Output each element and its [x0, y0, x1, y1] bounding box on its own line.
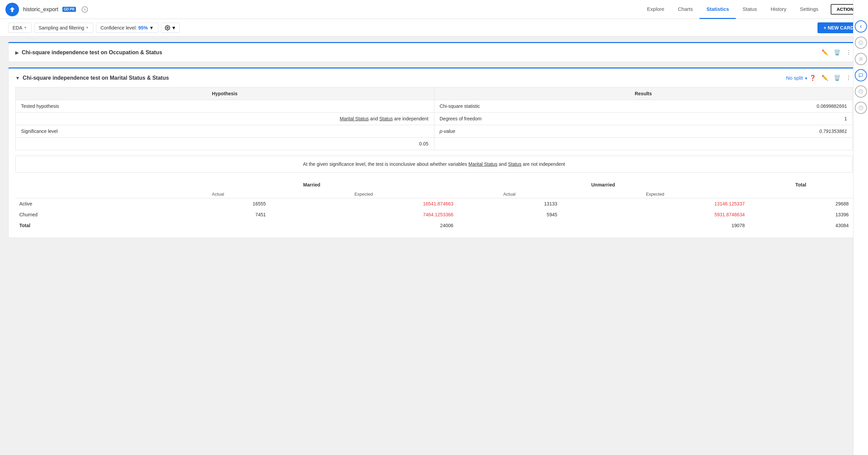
churned-unmarried-expected: 5931.8746634: [561, 209, 749, 220]
edit-button-1[interactable]: ✏️: [820, 48, 830, 56]
table-row: 0.05: [16, 138, 853, 150]
no-split-caret: ▼: [804, 76, 808, 80]
chevron-down-icon: ▼: [15, 75, 20, 81]
card-occupation-actions: ✏️ 🗑️ ⋮: [820, 48, 853, 56]
active-label: Active: [15, 198, 166, 210]
svg-point-4: [861, 43, 861, 44]
nav-status[interactable]: Status: [736, 0, 764, 19]
chevron-right-icon: ▶: [15, 50, 19, 55]
active-unmarried-actual: 13133: [457, 198, 561, 210]
churned-married-actual: 7451: [166, 209, 270, 220]
card-marital-title: Chi-square independence test on Marital …: [23, 75, 783, 81]
churned-label: Churned: [15, 209, 166, 220]
right-sidebar: [853, 0, 868, 455]
sidebar-icon-info[interactable]: [855, 37, 867, 49]
dof-cell: Degrees of freedom 1: [434, 113, 853, 125]
confidence-caret: ▼: [149, 25, 154, 31]
more-button-1[interactable]: ⋮: [845, 48, 853, 56]
card-occupation-header[interactable]: ▶ Chi-square independence test on Occupa…: [8, 43, 860, 62]
no-split-badge[interactable]: No split ▼: [786, 75, 808, 81]
confidence-value: 95%: [138, 25, 148, 31]
active-total: 29688: [749, 198, 853, 210]
total-unmarried: 19078: [561, 220, 749, 231]
total-married: 24006: [270, 220, 457, 231]
results-col: Results: [434, 87, 853, 100]
proper-hypothesis-table: Hypothesis Results Tested hypothesis Chi…: [15, 87, 853, 150]
total-group-header: Total: [749, 179, 853, 189]
churned-married-expected: 7464.1253366: [270, 209, 457, 220]
total-label: Total: [15, 220, 166, 231]
gear-button[interactable]: ▼: [161, 23, 180, 33]
nav-settings[interactable]: Settings: [793, 0, 825, 19]
tested-hyp-label: Tested hypothesis: [16, 100, 434, 113]
edit-button-2[interactable]: ✏️: [820, 74, 830, 82]
sidebar-icon-clock2[interactable]: [855, 102, 867, 114]
sidebar-icon-list[interactable]: [855, 53, 867, 65]
card-marital: ▼ Chi-square independence test on Marita…: [8, 67, 860, 238]
sig-level-value: 0.05: [16, 138, 434, 150]
sampling-caret: ▼: [85, 26, 89, 29]
total-all: 43084: [749, 220, 853, 231]
nav-explore[interactable]: Explore: [640, 0, 671, 19]
active-row: Active 16555 16541.874663 13133 13146.12…: [15, 198, 853, 210]
active-married-expected: 16541.874663: [270, 198, 457, 210]
conclusion-box: At the given significance level, the tes…: [15, 156, 853, 173]
eda-button[interactable]: EDA ▼: [8, 23, 32, 33]
settings-circle-icon[interactable]: [79, 4, 90, 15]
card-occupation: ▶ Chi-square independence test on Occupa…: [8, 42, 860, 62]
top-nav: historic_export GD PR Explore Charts Sta…: [0, 0, 868, 19]
gdpr-badge: GD PR: [62, 7, 76, 12]
eda-caret: ▼: [24, 26, 27, 29]
churned-unmarried-actual: 5945: [457, 209, 561, 220]
help-button-2[interactable]: ❓: [808, 74, 817, 82]
table-row: Significance level p-value 0.791353861: [16, 125, 853, 138]
total-row: Total 24006 19078 43084: [15, 220, 853, 231]
card-marital-header[interactable]: ▼ Chi-square independence test on Marita…: [8, 68, 860, 87]
svg-point-1: [167, 27, 168, 28]
table-row: Tested hypothesis Chi-square statistic 0…: [16, 100, 853, 113]
married-expected-header: Expected: [270, 189, 457, 198]
confidence-button[interactable]: Confidence level: 95% ▼: [96, 23, 158, 33]
card-marital-actions: ❓ ✏️ 🗑️ ⋮: [808, 74, 853, 82]
sidebar-icon-arrow[interactable]: [855, 20, 867, 33]
sig-level-label: Significance level: [16, 125, 434, 138]
card-occupation-title: Chi-square independence test on Occupati…: [22, 50, 820, 56]
project-name: historic_export: [23, 6, 58, 13]
delete-button-2[interactable]: 🗑️: [832, 74, 842, 82]
toolbar: EDA ▼ Sampling and filtering ▼ Confidenc…: [0, 19, 868, 37]
unmarried-actual-header: Actual: [457, 189, 561, 198]
active-unmarried-expected: 13146.125337: [561, 198, 749, 210]
tested-hyp-value: Marital Status and Status are independen…: [16, 113, 434, 125]
pvalue-cell: p-value 0.791353861: [434, 125, 853, 138]
nav-charts[interactable]: Charts: [671, 0, 699, 19]
logo-button[interactable]: [5, 3, 19, 16]
conclusion-var2: Status: [508, 161, 521, 167]
unmarried-group-header: Unmarried: [457, 179, 749, 189]
unmarried-expected-header: Expected: [561, 189, 749, 198]
main-content: ▶ Chi-square independence test on Occupa…: [0, 37, 868, 455]
gear-caret: ▼: [172, 25, 176, 31]
chi-square-stat-cell: Chi-square statistic 0.0699882691: [434, 100, 853, 113]
married-group-header: Married: [166, 179, 457, 189]
conclusion-var1: Marital Status: [469, 161, 498, 167]
sidebar-icon-comment[interactable]: [855, 69, 867, 81]
nav-statistics[interactable]: Statistics: [699, 0, 736, 19]
delete-button-1[interactable]: 🗑️: [832, 48, 842, 56]
churned-row: Churned 7451 7464.1253366 5945 5931.8746…: [15, 209, 853, 220]
more-button-2[interactable]: ⋮: [845, 74, 853, 82]
churned-total: 13396: [749, 209, 853, 220]
active-married-actual: 16555: [166, 198, 270, 210]
card-marital-body: Hypothesis Results Tested hypothesis Chi…: [8, 87, 860, 238]
sidebar-icon-clock1[interactable]: [855, 85, 867, 98]
table-row: Marital Status and Status are independen…: [16, 113, 853, 125]
nav-history[interactable]: History: [764, 0, 793, 19]
married-actual-header: Actual: [166, 189, 270, 198]
sampling-button[interactable]: Sampling and filtering ▼: [34, 23, 94, 33]
nav-links: Explore Charts Statistics Status History…: [640, 0, 863, 19]
hypothesis-col: Hypothesis: [16, 87, 434, 100]
data-table: Married Unmarried Total Actual Expected …: [15, 179, 853, 231]
